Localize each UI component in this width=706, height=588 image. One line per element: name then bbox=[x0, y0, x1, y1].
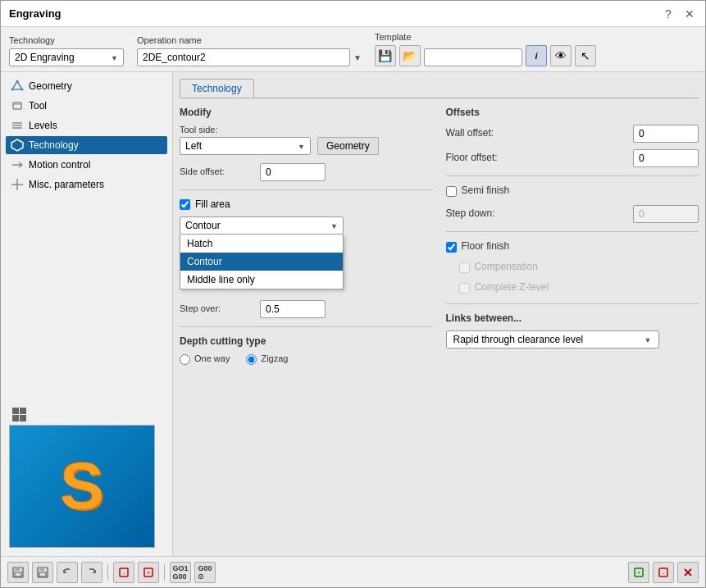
geometry-button[interactable]: Geometry bbox=[317, 137, 379, 155]
semi-finish-label: Semi finish bbox=[462, 185, 510, 196]
operation-name-section: Operation name ▼ bbox=[137, 35, 362, 66]
one-way-radio[interactable] bbox=[180, 354, 190, 365]
svg-text:-: - bbox=[663, 569, 665, 577]
title-bar-right: ? ✕ bbox=[661, 7, 697, 21]
sidebar-item-motion-control[interactable]: Motion control bbox=[6, 156, 167, 174]
title-bar: Engraving ? ✕ bbox=[1, 1, 705, 27]
floor-offset-input[interactable] bbox=[633, 149, 699, 167]
tool-side-row: Left Geometry bbox=[180, 137, 433, 155]
fill-option-hatch[interactable]: Hatch bbox=[180, 235, 343, 253]
complete-z-checkbox[interactable] bbox=[459, 283, 470, 294]
title-bar-left: Engraving bbox=[9, 7, 61, 20]
links-between-value: Rapid through clearance level bbox=[453, 334, 584, 345]
bottom-right-tools: + - bbox=[628, 562, 699, 583]
step-over-input[interactable] bbox=[260, 300, 326, 318]
svg-rect-15 bbox=[15, 572, 21, 577]
close-button[interactable]: ✕ bbox=[682, 7, 697, 21]
geometry-icon bbox=[11, 80, 24, 93]
floor-finish-label: Floor finish bbox=[462, 240, 510, 252]
save-template-button[interactable]: 💾 bbox=[375, 45, 396, 66]
svg-point-2 bbox=[21, 89, 24, 91]
undo-btn-2[interactable] bbox=[81, 562, 102, 583]
svg-text:+: + bbox=[637, 569, 641, 577]
compensation-checkbox[interactable] bbox=[459, 262, 470, 273]
main-window: Engraving ? ✕ Technology 2D Engraving Op… bbox=[0, 0, 706, 588]
fill-option-contour[interactable]: Contour bbox=[180, 253, 343, 271]
links-between-group: Links between... Rapid through clearance… bbox=[446, 312, 699, 349]
load-template-button[interactable]: 📂 bbox=[399, 45, 421, 66]
side-offset-input[interactable] bbox=[260, 163, 326, 181]
floor-finish-group: Floor finish Compensation Complete Z-lev… bbox=[446, 240, 699, 295]
fill-area-check-row: Fill area bbox=[180, 198, 433, 210]
svg-marker-9 bbox=[11, 139, 23, 151]
offsets-label: Offsets bbox=[446, 107, 699, 118]
complete-z-label: Complete Z-level bbox=[475, 281, 549, 293]
wall-offset-input[interactable] bbox=[633, 125, 699, 143]
radio-group: One way Zigzag bbox=[180, 353, 433, 366]
go1-btn[interactable]: GO1G00 bbox=[170, 562, 191, 583]
info-button[interactable]: i bbox=[526, 45, 547, 66]
technology-arrow bbox=[111, 52, 118, 63]
bottom-left-tools: - + GO1G00 G00⊙ bbox=[7, 562, 216, 583]
red-tool-btn-1[interactable]: - bbox=[113, 562, 134, 583]
semi-finish-group: Semi finish Step down: bbox=[446, 185, 699, 223]
red-btn-bottom[interactable]: - bbox=[653, 562, 674, 583]
red-tool-btn-2[interactable]: + bbox=[138, 562, 159, 583]
go0-btn[interactable]: G00⊙ bbox=[194, 562, 216, 583]
zigzag-label: Zigzag bbox=[261, 353, 288, 363]
tool-icon bbox=[11, 99, 24, 112]
svg-rect-17 bbox=[39, 567, 44, 571]
sidebar-item-technology[interactable]: Technology bbox=[6, 136, 167, 154]
technology-dropdown[interactable]: 2D Engraving bbox=[9, 48, 124, 66]
tool-side-arrow bbox=[298, 140, 305, 152]
sidebar: Geometry Tool Levels Technology bbox=[1, 72, 173, 556]
eye-button[interactable]: 👁 bbox=[550, 45, 572, 66]
cursor-button[interactable]: ↖ bbox=[575, 45, 596, 66]
step-down-input[interactable] bbox=[633, 205, 699, 223]
tool-side-select[interactable]: Left bbox=[180, 137, 311, 155]
template-label: Template bbox=[375, 32, 596, 42]
arrow-down-icon: ▼ bbox=[353, 53, 362, 62]
fill-area-dropdown[interactable]: Contour bbox=[180, 217, 344, 235]
fill-area-checkbox[interactable] bbox=[180, 199, 190, 210]
operation-name-input[interactable] bbox=[137, 48, 350, 66]
sidebar-item-levels[interactable]: Levels bbox=[6, 116, 167, 134]
template-input[interactable] bbox=[424, 48, 522, 66]
tab-technology[interactable]: Technology bbox=[180, 79, 254, 98]
one-way-radio-item: One way bbox=[180, 353, 230, 366]
window-title: Engraving bbox=[9, 7, 61, 20]
compensation-label: Compensation bbox=[475, 261, 538, 272]
depth-cutting-group: Depth cutting type One way Zigzag bbox=[180, 335, 433, 366]
help-button[interactable]: ? bbox=[661, 7, 676, 21]
technology-label: Technology bbox=[9, 35, 124, 45]
levels-icon bbox=[11, 119, 24, 132]
fill-area-section: Fill area Contour Hatch Contour bbox=[180, 198, 433, 235]
sidebar-item-tool[interactable]: Tool bbox=[6, 97, 167, 115]
floor-finish-checkbox[interactable] bbox=[446, 242, 457, 253]
operation-name-label: Operation name bbox=[137, 35, 362, 45]
wall-offset-row: Wall offset: bbox=[446, 125, 699, 143]
left-col: Modify Tool side: Left Geometry bbox=[180, 107, 433, 374]
semi-finish-checkbox[interactable] bbox=[446, 186, 457, 197]
grid-view-icon[interactable] bbox=[12, 408, 161, 422]
zigzag-radio[interactable] bbox=[246, 354, 257, 365]
tab-bar: Technology bbox=[180, 79, 699, 98]
close-x-btn[interactable] bbox=[677, 562, 699, 583]
tool-side-value: Left bbox=[185, 140, 202, 152]
sidebar-item-geometry[interactable]: Geometry bbox=[6, 77, 167, 95]
bottom-bar: - + GO1G00 G00⊙ + - bbox=[1, 556, 705, 587]
top-bar: Technology 2D Engraving Operation name ▼… bbox=[1, 27, 705, 72]
sidebar-item-misc[interactable]: Misc. parameters bbox=[6, 175, 167, 194]
fill-dropdown-container: Contour Hatch Contour Middle line only bbox=[180, 217, 344, 235]
links-between-dropdown[interactable]: Rapid through clearance level bbox=[446, 330, 659, 349]
fill-option-middle-line[interactable]: Middle line only bbox=[180, 271, 343, 289]
technology-value: 2D Engraving bbox=[15, 52, 75, 63]
motion-control-icon bbox=[11, 158, 24, 171]
sidebar-levels-label: Levels bbox=[29, 120, 57, 131]
undo-btn-1[interactable] bbox=[57, 562, 78, 583]
preview-logo: S bbox=[60, 454, 103, 519]
green-btn-1[interactable]: + bbox=[628, 562, 649, 583]
save-btn-1[interactable] bbox=[7, 562, 29, 583]
preview-box: S bbox=[9, 425, 155, 548]
save-btn-2[interactable] bbox=[32, 562, 53, 583]
